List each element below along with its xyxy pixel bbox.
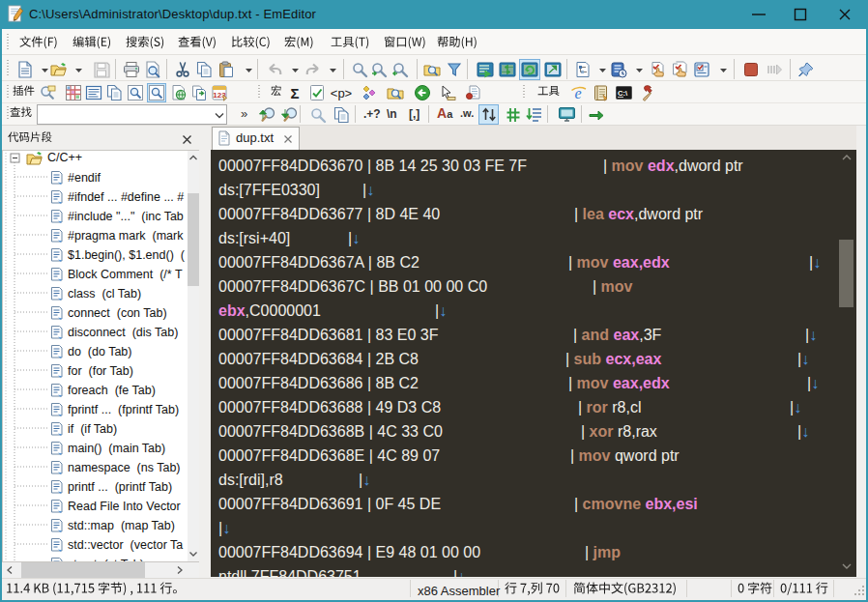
svg-text:C:\: C:\: [618, 88, 628, 97]
